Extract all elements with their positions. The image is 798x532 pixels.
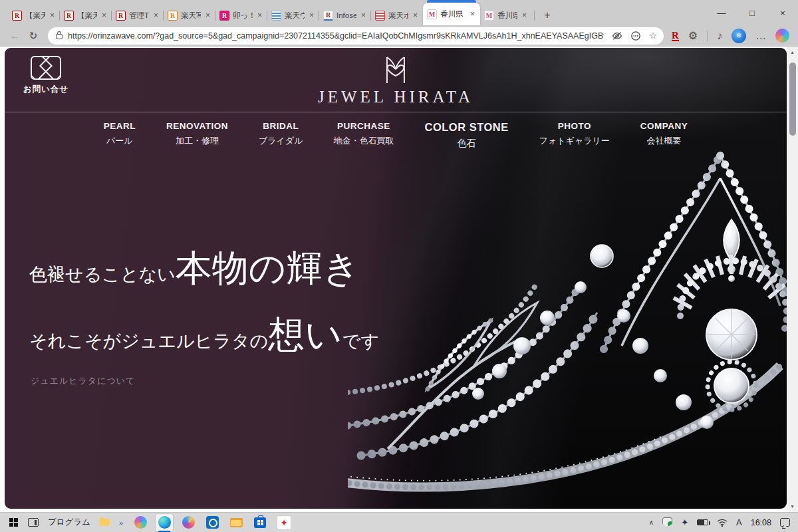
taskbar-red-star-app[interactable]: ✦	[275, 514, 293, 531]
taskbar-store[interactable]	[251, 514, 269, 531]
system-tray: ∧ ✦ A 16:08	[649, 517, 798, 527]
taskbar-file-explorer[interactable]	[227, 514, 245, 531]
back-button[interactable]: ←	[5, 30, 24, 41]
nav-item-color-stone[interactable]: COLOR STONE 色石	[424, 121, 508, 150]
site-logo[interactable]: JEWEL HIRATA	[318, 53, 473, 106]
rakuten-pink-favicon-icon: R	[219, 11, 229, 21]
tab-close-icon[interactable]: ×	[152, 11, 160, 20]
profile-avatar[interactable]: ❄	[732, 29, 746, 43]
rakuten-favicon-icon: R	[116, 11, 126, 21]
toolbar-chevrons-icon[interactable]: »	[119, 519, 122, 527]
clock[interactable]: 16:08	[751, 518, 771, 527]
security-shield-icon[interactable]	[662, 517, 672, 527]
red-star-glyph: ✦	[280, 517, 288, 528]
windows-taskbar: プログラム » ✦ ∧ ✦ A 16:08	[0, 512, 798, 532]
tab-close-icon[interactable]: ×	[49, 11, 56, 20]
tab-close-icon[interactable]: ×	[204, 11, 211, 20]
toolbar-extensions-area: R ⚙ ♪ ❄ …	[672, 29, 789, 43]
contact-button[interactable]: お問い合せ	[18, 56, 74, 95]
edge-icon	[158, 516, 171, 529]
tab-kanri-top[interactable]: R 管理TOP ×	[112, 5, 164, 25]
tab-infoseek[interactable]: R Infoseek ×	[319, 5, 371, 25]
extensions-icon[interactable]: ⚙	[688, 29, 698, 42]
folder-icon[interactable]	[100, 519, 110, 526]
wifi-icon[interactable]	[717, 519, 728, 527]
scrollbar-down-icon[interactable]: ▼	[787, 501, 798, 512]
rakuten-favicon-icon: R	[64, 11, 74, 21]
tab-rakuten-photo[interactable]: R 楽天写真 ×	[164, 5, 215, 25]
tab-title: 楽天ウェ	[285, 11, 305, 21]
task-view-button[interactable]	[28, 518, 39, 527]
address-bar[interactable]: https://orinzawave.com/?gad_source=5&gad…	[48, 27, 664, 45]
tab-rakuten-ichiba-1[interactable]: R 【楽天市 ×	[8, 5, 60, 25]
microsoft-store-icon	[254, 517, 266, 528]
tab-title: 【楽天市	[25, 11, 45, 21]
tab-kagawa-2[interactable]: M 香川県 ×	[480, 5, 532, 25]
mail-icon	[31, 56, 61, 80]
screen: R 【楽天市 × R 【楽天市 × R 管理TOP × R 楽天写真 × R 卯	[0, 0, 798, 532]
scrollbar-thumb[interactable]	[789, 63, 796, 136]
nav-jp-label: パール	[104, 135, 136, 147]
nav-item-photo[interactable]: PHOTO フォトギャラリー	[539, 121, 610, 147]
tray-star-icon[interactable]: ✦	[681, 517, 688, 527]
tab-rakuten-ichiba-2[interactable]: R 【楽天市 ×	[60, 5, 112, 25]
tab-rakuten-point[interactable]: 楽天ポイ ×	[371, 5, 423, 25]
program-toolbar-label[interactable]: プログラム	[48, 517, 90, 528]
reload-button[interactable]: ↻	[24, 30, 43, 42]
copilot-icon	[134, 516, 147, 529]
nav-en-label: PHOTO	[539, 121, 610, 131]
nav-item-pearl[interactable]: PEARL パール	[104, 121, 136, 147]
tab-close-icon[interactable]: ×	[360, 11, 367, 20]
about-link[interactable]: ジュエルヒラタについて	[31, 375, 135, 387]
site-header: お問い合せ JEWEL HIRATA	[5, 48, 787, 112]
blue-stripes-favicon-icon	[271, 11, 281, 21]
settings-more-icon[interactable]: …	[755, 30, 766, 42]
red-stripes-favicon-icon	[375, 11, 385, 21]
tab-kagawa-active[interactable]: M 香川県 ×	[423, 3, 480, 25]
tab-utsu[interactable]: R 卯っ！ ×	[215, 5, 267, 25]
tab-close-icon[interactable]: ×	[100, 11, 108, 20]
tracking-prevention-icon[interactable]	[612, 31, 622, 41]
ime-mode-indicator[interactable]: A	[736, 517, 742, 527]
battery-icon[interactable]	[697, 519, 708, 525]
favorite-star-icon[interactable]: ☆	[649, 31, 657, 41]
tab-close-icon[interactable]: ×	[521, 11, 528, 20]
close-button[interactable]: ×	[767, 0, 798, 25]
hero-copy: 色褪せることない本物の輝き それこそがジュエルヒラタの想いです	[29, 244, 379, 377]
file-explorer-icon	[230, 518, 243, 527]
browser-tab-bar: R 【楽天市 × R 【楽天市 × R 管理TOP × R 楽天写真 × R 卯	[0, 0, 798, 25]
taskbar-m365-copilot[interactable]	[180, 514, 197, 531]
page-scrollbar[interactable]: ▲ ▼	[787, 47, 798, 512]
copilot-icon[interactable]	[775, 29, 789, 43]
media-extension-icon[interactable]: ♪	[717, 30, 722, 42]
minimize-button[interactable]: —	[706, 0, 737, 25]
taskbar-edge-active[interactable]	[156, 514, 173, 531]
rakuten-extension-icon[interactable]: R	[672, 31, 679, 41]
page-viewport: お問い合せ JEWEL HIRATA PEARL	[0, 47, 798, 512]
nav-jp-label: フォトギャラリー	[539, 135, 610, 147]
nav-item-renovation[interactable]: RENOVATION 加工・修理	[166, 121, 228, 147]
scrollbar-up-icon[interactable]: ▲	[787, 47, 798, 58]
new-tab-button[interactable]: +	[537, 5, 557, 25]
tab-close-icon[interactable]: ×	[256, 11, 263, 20]
tab-close-icon[interactable]: ×	[308, 11, 315, 20]
permissions-icon[interactable]	[630, 31, 641, 41]
url-text[interactable]: https://orinzawave.com/?gad_source=5&gad…	[68, 31, 604, 41]
tray-expand-icon[interactable]: ∧	[649, 519, 654, 526]
nav-item-bridal[interactable]: BRIDAL ブライダル	[259, 121, 303, 147]
taskbar-copilot[interactable]	[132, 514, 149, 531]
jewel-hirata-favicon-icon: M	[484, 11, 494, 21]
tab-close-icon[interactable]: ×	[412, 11, 419, 20]
jewel-hirata-site: お問い合せ JEWEL HIRATA PEARL	[5, 48, 787, 509]
tab-rakuten-web[interactable]: 楽天ウェ ×	[267, 5, 319, 25]
nav-jp-label: 地金・色石買取	[333, 135, 394, 147]
window-controls: — □ ×	[706, 0, 798, 25]
tab-close-icon[interactable]: ×	[469, 9, 476, 19]
notification-center-icon[interactable]	[780, 518, 790, 527]
start-button[interactable]	[9, 518, 19, 527]
main-nav: PEARL パール RENOVATION 加工・修理 BRIDAL ブライダル …	[5, 121, 787, 150]
maximize-button[interactable]: □	[737, 0, 767, 25]
taskbar-outlook[interactable]	[203, 514, 221, 531]
nav-item-purchase[interactable]: PURCHASE 地金・色石買取	[333, 121, 394, 147]
nav-item-company[interactable]: COMPANY 会社概要	[640, 121, 688, 147]
